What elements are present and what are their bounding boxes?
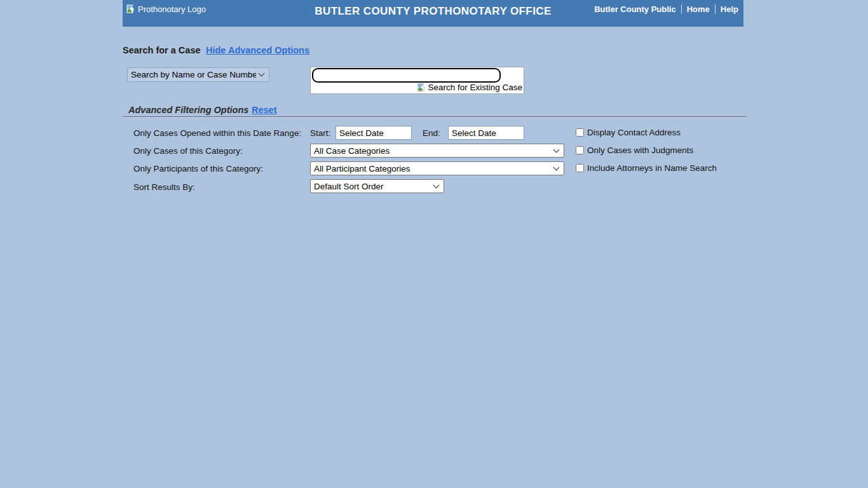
broken-image-icon (417, 83, 427, 92)
nav-separator (681, 4, 682, 14)
broken-image-icon (126, 4, 137, 14)
only-cases-with-judgments-checkbox[interactable] (576, 146, 584, 154)
nav-link-home[interactable]: Home (687, 4, 710, 14)
checkbox-row-display-contact-address: Display Contact Address (576, 128, 681, 137)
header-nav: Butler County Public Home Help (594, 4, 738, 14)
nav-separator (715, 4, 715, 14)
search-submit-alt-text: Search for Existing Case (428, 83, 522, 92)
participant-category-select-wrap: All Participant Categories (310, 161, 564, 175)
display-contact-address-checkbox[interactable] (576, 128, 584, 137)
sort-label: Sort Results By: (133, 182, 195, 192)
checkbox-row-only-cases-with-judgments: Only Cases with Judgments (576, 146, 693, 155)
hide-advanced-options-link[interactable]: Hide Advanced Options (206, 45, 309, 55)
header-bar: Prothonotary Logo BUTLER COUNTY PROTHONO… (123, 0, 743, 27)
checkbox-label: Only Cases with Judgments (587, 146, 693, 155)
case-category-select[interactable]: All Case Categories (310, 144, 564, 158)
checkbox-label: Display Contact Address (587, 128, 681, 137)
search-mode-select[interactable]: Search by Name or Case Number (127, 67, 269, 82)
include-attorneys-checkbox[interactable] (576, 164, 584, 172)
participant-category-label: Only Participants of this Category: (133, 164, 263, 173)
start-label: Start: (310, 128, 330, 138)
end-label: End: (423, 128, 440, 138)
reset-link[interactable]: Reset (252, 105, 277, 115)
page: Prothonotary Logo BUTLER COUNTY PROTHONO… (0, 0, 868, 488)
checkbox-row-include-attorneys: Include Attorneys in Name Search (576, 163, 717, 173)
logo-alt-text: Prothonotary Logo (138, 4, 206, 14)
section-divider (123, 116, 747, 118)
start-date-input[interactable] (336, 126, 412, 140)
advanced-filtering-heading: Advanced Filtering Options (128, 105, 248, 115)
search-mode-select-wrap: Search by Name or Case Number (127, 67, 269, 82)
search-box: Search for Existing Case (310, 67, 524, 94)
nav-link-help[interactable]: Help (721, 4, 738, 14)
sort-select-wrap: Default Sort Order (310, 179, 444, 193)
nav-link-butler-county-public[interactable]: Butler County Public (594, 4, 676, 14)
search-existing-case-button[interactable]: Search for Existing Case (417, 83, 522, 92)
search-heading: Search for a Case (123, 45, 201, 55)
end-date-input[interactable] (448, 126, 524, 140)
prothonotary-logo: Prothonotary Logo (126, 4, 206, 14)
participant-category-select[interactable]: All Participant Categories (310, 161, 564, 175)
case-search-input[interactable] (312, 68, 501, 83)
sort-select[interactable]: Default Sort Order (310, 179, 444, 193)
case-category-select-wrap: All Case Categories (310, 144, 564, 158)
case-category-label: Only Cases of this Category: (133, 146, 243, 156)
page-title: BUTLER COUNTY PROTHONOTARY OFFICE (315, 5, 551, 18)
date-range-label: Only Cases Opened within this Date Range… (133, 128, 301, 138)
checkbox-label: Include Attorneys in Name Search (587, 163, 717, 173)
